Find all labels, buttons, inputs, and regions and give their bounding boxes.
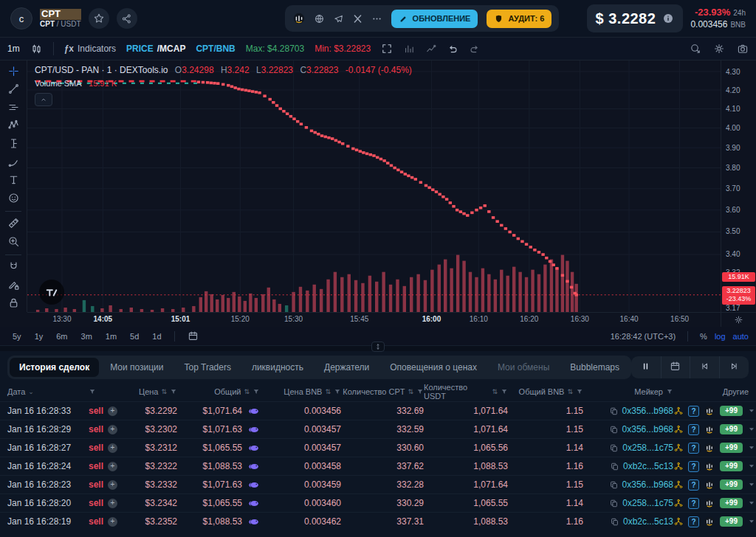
copy-address-icon[interactable] (610, 462, 619, 471)
update-button[interactable]: ОБНОВЛЕНИЕ (391, 10, 478, 28)
pair-toggle-button[interactable]: CPT/BNB (196, 44, 235, 54)
add-filter-icon[interactable]: + (108, 517, 117, 527)
timeframe-5y[interactable]: 5y (7, 330, 27, 342)
tab-2[interactable]: Top Traders (175, 358, 241, 377)
tab-0[interactable]: История сделок (10, 358, 99, 377)
column-header-2[interactable]: Цена⇅ (127, 387, 177, 396)
cmc-icon[interactable] (704, 460, 715, 472)
tool-emoji[interactable] (4, 191, 23, 207)
timeframe-1y[interactable]: 1y (30, 330, 49, 342)
add-filter-icon[interactable]: + (108, 443, 117, 453)
snapshot-button[interactable] (737, 43, 749, 55)
row-dropdown-icon[interactable] (747, 462, 756, 471)
tool-position[interactable] (4, 136, 23, 153)
copy-address-icon[interactable] (609, 480, 619, 490)
column-header-6[interactable]: Количество USDT⇅ (424, 383, 508, 401)
cmc-icon[interactable] (704, 479, 715, 491)
undo-button[interactable] (447, 44, 458, 55)
axis-settings-button[interactable] (721, 312, 756, 327)
trade-row[interactable]: Jan 16 16:28:23sell+$3.2332$1,071.630.00… (0, 475, 756, 493)
favorite-button[interactable] (89, 8, 109, 29)
tab-5[interactable]: Оповещения о ценах (380, 358, 487, 377)
tool-draw-lock[interactable] (4, 278, 23, 294)
maker-address[interactable]: 0x356...b968 (622, 424, 673, 434)
interval-button[interactable]: 1m (7, 44, 20, 54)
column-header-4[interactable]: Цена BNB⇅ (260, 387, 341, 396)
network-graph-icon[interactable] (673, 424, 684, 434)
cmc-icon[interactable] (704, 405, 715, 417)
more-count-badge[interactable]: +99 (720, 443, 743, 453)
indicators-button[interactable]: ƒxIndicators (64, 44, 116, 54)
skip-back-button[interactable] (690, 356, 719, 378)
timeframe-5d[interactable]: 5d (125, 330, 144, 342)
percent-scale-button[interactable]: % (700, 332, 707, 341)
column-header-7[interactable]: Общий BNB⇅ (508, 387, 583, 396)
copy-address-icon[interactable] (609, 425, 619, 434)
cmc-icon[interactable] (704, 442, 715, 454)
splitter-handle[interactable] (371, 342, 385, 352)
tab-4[interactable]: Держатели (315, 358, 379, 377)
price-mcap-toggle[interactable]: PRICE/MCAP (126, 44, 185, 54)
tool-zoom-in[interactable] (4, 235, 23, 251)
tool-channel[interactable] (4, 100, 23, 117)
tab-6[interactable]: Мои обмены (488, 358, 559, 377)
question-icon[interactable]: ? (688, 406, 699, 417)
filter-funnel-icon[interactable] (416, 388, 424, 395)
more-count-badge[interactable]: +99 (720, 461, 743, 471)
share-button[interactable] (117, 8, 137, 29)
maker-address[interactable]: 0x258...1c75 (622, 498, 673, 508)
cmc-icon[interactable] (704, 423, 715, 435)
auto-scale-button[interactable]: auto (733, 332, 749, 341)
question-icon[interactable]: ? (688, 424, 699, 435)
maker-address[interactable]: 0xb2c...5c13 (623, 461, 673, 471)
row-dropdown-icon[interactable] (747, 425, 756, 434)
quick-search-button[interactable] (690, 43, 701, 55)
network-graph-icon[interactable] (673, 406, 684, 416)
more-dots-icon[interactable] (371, 13, 382, 24)
trade-row[interactable]: Jan 16 16:28:19sell+$3.2352$1,088.530.00… (0, 512, 756, 530)
copy-address-icon[interactable] (609, 406, 619, 416)
network-graph-icon[interactable] (673, 443, 684, 453)
question-icon[interactable]: ? (688, 461, 699, 472)
tool-ruler[interactable] (4, 216, 23, 232)
question-icon[interactable]: ? (688, 443, 699, 454)
tool-trend[interactable] (4, 83, 23, 99)
trade-row[interactable]: Jan 16 16:28:27sell+$3.2312$1,065.550.00… (0, 438, 756, 457)
more-count-badge[interactable]: +99 (720, 498, 743, 508)
cmc-icon[interactable] (292, 12, 306, 25)
date-range-button[interactable] (182, 329, 204, 343)
price-axis[interactable]: 4.304.204.104.003.903.803.703.603.503.40… (721, 60, 756, 312)
network-graph-icon[interactable] (673, 461, 684, 471)
price-chart[interactable] (27, 60, 721, 312)
column-header-1[interactable] (89, 388, 127, 395)
filter-funnel-icon[interactable] (252, 388, 260, 395)
column-header-3[interactable]: Общий⇅ (177, 387, 260, 396)
info-icon[interactable] (662, 13, 674, 24)
volume-profile-button[interactable] (403, 43, 415, 55)
question-icon[interactable]: ? (688, 498, 699, 509)
filter-funnel-icon[interactable] (576, 388, 583, 395)
trade-row[interactable]: Jan 16 16:28:29sell+$3.2302$1,071.630.00… (0, 420, 756, 438)
network-graph-icon[interactable] (673, 479, 684, 490)
tool-brush[interactable] (4, 155, 23, 171)
calendar-button[interactable] (661, 356, 690, 378)
compare-button[interactable] (425, 43, 437, 55)
filter-funnel-icon[interactable] (89, 388, 96, 395)
copy-address-icon[interactable] (609, 499, 619, 508)
tab-1[interactable]: Мои позиции (100, 358, 173, 377)
tab-7[interactable]: Bubblemaps (560, 358, 629, 377)
clock-label[interactable]: 16:28:42 (UTC+3) (611, 332, 676, 341)
tool-lock[interactable] (4, 296, 23, 312)
filter-funnel-icon[interactable] (170, 388, 177, 395)
x-twitter-icon[interactable] (352, 13, 363, 24)
log-scale-button[interactable]: log (715, 332, 726, 341)
cmc-icon[interactable] (704, 497, 715, 509)
skip-forward-button[interactable] (719, 356, 749, 378)
question-icon[interactable]: ? (688, 516, 699, 527)
question-icon[interactable]: ? (688, 479, 699, 491)
telegram-icon[interactable] (333, 13, 344, 24)
trade-row[interactable]: Jan 16 16:28:24sell+$3.2322$1,088.530.00… (0, 457, 756, 475)
add-filter-icon[interactable]: + (108, 499, 117, 508)
pause-button[interactable] (631, 356, 661, 378)
row-dropdown-icon[interactable] (747, 499, 756, 507)
